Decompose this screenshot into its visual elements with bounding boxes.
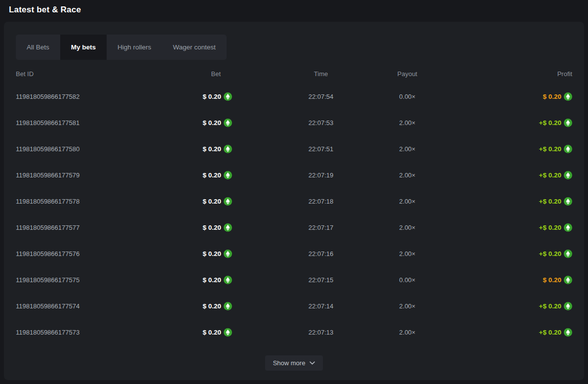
bet-payout: 2.00× xyxy=(380,171,464,179)
bet-amount-value: $ 0.20 xyxy=(202,119,221,127)
bet-time: 22:07:14 xyxy=(232,302,380,310)
coin-icon xyxy=(224,171,232,179)
coin-icon xyxy=(224,276,232,284)
bet-profit-cell: +$ 0.20 xyxy=(464,223,572,232)
bet-profit-cell: +$ 0.20 xyxy=(464,171,572,179)
bet-id: 119818059866177579 xyxy=(16,171,139,179)
bet-payout: 2.00× xyxy=(380,250,464,257)
bet-profit-cell: +$ 0.20 xyxy=(464,145,572,153)
bet-amount-cell: $ 0.20 xyxy=(139,276,232,284)
bet-profit-cell: $ 0.20 xyxy=(464,276,572,284)
bet-time: 22:07:13 xyxy=(232,329,380,336)
bet-id: 119818059866177582 xyxy=(16,93,139,100)
bet-amount-value: $ 0.20 xyxy=(202,276,221,284)
tab-high-rollers[interactable]: High rollers xyxy=(107,35,162,60)
table-row[interactable]: 119818059866177575 $ 0.20 22:07:15 0.00×… xyxy=(16,267,572,293)
coin-icon xyxy=(564,171,572,179)
tab-wager-contest[interactable]: Wager contest xyxy=(162,35,227,60)
profit-value: +$ 0.20 xyxy=(539,302,561,310)
bet-payout: 2.00× xyxy=(380,145,464,153)
bet-profit-cell: +$ 0.20 xyxy=(464,250,572,258)
show-more-button[interactable]: Show more xyxy=(265,355,323,371)
bet-amount-cell: $ 0.20 xyxy=(139,328,232,337)
coin-icon xyxy=(224,119,232,127)
show-more-container: Show more xyxy=(16,355,572,371)
table-row[interactable]: 119818059866177578 $ 0.20 22:07:18 2.00×… xyxy=(16,188,572,214)
bet-amount-value: $ 0.20 xyxy=(202,198,221,205)
table-row[interactable]: 119818059866177576 $ 0.20 22:07:16 2.00×… xyxy=(16,241,572,267)
coin-icon xyxy=(564,250,572,258)
coin-icon xyxy=(564,328,572,337)
bet-payout: 2.00× xyxy=(380,302,464,310)
col-header-profit: Profit xyxy=(464,70,572,78)
table-row[interactable]: 119818059866177574 $ 0.20 22:07:14 2.00×… xyxy=(16,293,572,319)
bet-amount-cell: $ 0.20 xyxy=(139,92,232,101)
bet-id: 119818059866177578 xyxy=(16,198,139,205)
coin-icon xyxy=(564,223,572,232)
bet-payout: 2.00× xyxy=(380,329,464,336)
col-header-bet: Bet xyxy=(139,70,232,78)
bet-amount-value: $ 0.20 xyxy=(202,171,221,179)
bet-time: 22:07:18 xyxy=(232,198,380,205)
coin-icon xyxy=(224,250,232,258)
show-more-label: Show more xyxy=(273,359,306,367)
profit-value: $ 0.20 xyxy=(543,276,561,284)
table-header: Bet ID Bet Time Payout Profit xyxy=(16,64,572,84)
page-title: Latest bet & Race xyxy=(9,5,81,15)
bet-payout: 2.00× xyxy=(380,198,464,205)
bet-time: 22:07:17 xyxy=(232,224,380,231)
bet-time: 22:07:54 xyxy=(232,93,380,100)
table-row[interactable]: 119818059866177581 $ 0.20 22:07:53 2.00×… xyxy=(16,110,572,136)
tab-all-bets[interactable]: All Bets xyxy=(16,35,60,60)
chevron-down-icon xyxy=(310,361,315,365)
bet-amount-cell: $ 0.20 xyxy=(139,250,232,258)
bet-time: 22:07:15 xyxy=(232,276,380,284)
bet-id: 119818059866177576 xyxy=(16,250,139,257)
coin-icon xyxy=(564,302,572,310)
col-header-payout: Payout xyxy=(380,70,464,78)
table-row[interactable]: 119818059866177573 $ 0.20 22:07:13 2.00×… xyxy=(16,319,572,345)
bet-id: 119818059866177581 xyxy=(16,119,139,127)
coin-icon xyxy=(564,145,572,153)
bet-amount-value: $ 0.20 xyxy=(202,302,221,310)
table-row[interactable]: 119818059866177580 $ 0.20 22:07:51 2.00×… xyxy=(16,136,572,162)
profit-value: +$ 0.20 xyxy=(539,145,561,153)
col-header-bet-id: Bet ID xyxy=(16,70,139,78)
table-row[interactable]: 119818059866177582 $ 0.20 22:07:54 0.00×… xyxy=(16,84,572,110)
bet-time: 22:07:19 xyxy=(232,171,380,179)
bet-profit-cell: +$ 0.20 xyxy=(464,328,572,337)
bets-tabs: All Bets My bets High rollers Wager cont… xyxy=(16,35,227,60)
coin-icon xyxy=(564,92,572,101)
profit-value: +$ 0.20 xyxy=(539,224,561,231)
bet-id: 119818059866177580 xyxy=(16,145,139,153)
bet-amount-value: $ 0.20 xyxy=(202,93,221,100)
bet-id: 119818059866177573 xyxy=(16,329,139,336)
bet-time: 22:07:16 xyxy=(232,250,380,257)
bet-amount-value: $ 0.20 xyxy=(202,250,221,257)
table-body: 119818059866177582 $ 0.20 22:07:54 0.00×… xyxy=(16,84,572,345)
coin-icon xyxy=(564,119,572,127)
bet-amount-cell: $ 0.20 xyxy=(139,197,232,206)
table-row[interactable]: 119818059866177577 $ 0.20 22:07:17 2.00×… xyxy=(16,214,572,241)
bet-id: 119818059866177574 xyxy=(16,302,139,310)
bet-amount-value: $ 0.20 xyxy=(202,145,221,153)
table-row[interactable]: 119818059866177579 $ 0.20 22:07:19 2.00×… xyxy=(16,162,572,188)
bet-time: 22:07:51 xyxy=(232,145,380,153)
coin-icon xyxy=(224,302,232,310)
bet-id: 119818059866177575 xyxy=(16,276,139,284)
bet-profit-cell: +$ 0.20 xyxy=(464,302,572,310)
bet-payout: 2.00× xyxy=(380,119,464,127)
bet-amount-cell: $ 0.20 xyxy=(139,302,232,310)
coin-icon xyxy=(224,328,232,337)
bet-id: 119818059866177577 xyxy=(16,224,139,231)
bet-payout: 2.00× xyxy=(380,224,464,231)
profit-value: +$ 0.20 xyxy=(539,250,561,257)
coin-icon xyxy=(224,197,232,206)
profit-value: $ 0.20 xyxy=(543,93,561,100)
tab-my-bets[interactable]: My bets xyxy=(60,35,107,60)
bets-table: Bet ID Bet Time Payout Profit 1198180598… xyxy=(16,64,572,345)
bet-payout: 0.00× xyxy=(380,276,464,284)
bet-profit-cell: $ 0.20 xyxy=(464,92,572,101)
bet-amount-value: $ 0.20 xyxy=(202,224,221,231)
coin-icon xyxy=(564,276,572,284)
